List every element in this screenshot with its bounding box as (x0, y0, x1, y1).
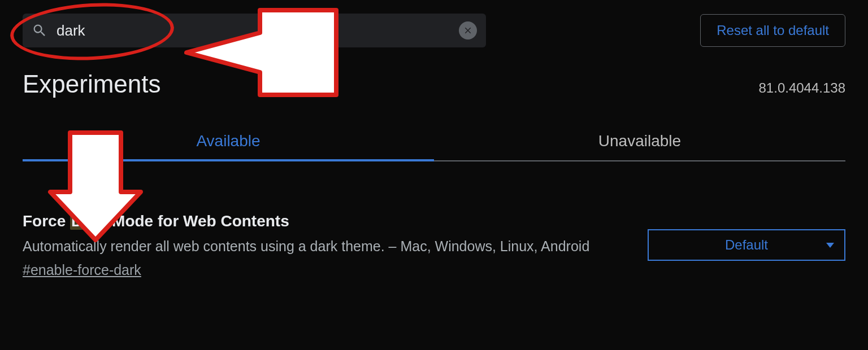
page-title: Experiments (23, 70, 161, 98)
experiment-state-select[interactable]: Default (648, 229, 845, 261)
experiment-title: Force Dark Mode for Web Contents (23, 212, 625, 230)
close-icon (463, 25, 473, 36)
tab-available[interactable]: Available (23, 132, 434, 160)
search-input[interactable] (57, 22, 459, 40)
search-box[interactable] (23, 14, 486, 47)
experiment-row: Force Dark Mode for Web Contents Automat… (0, 161, 868, 278)
experiment-description: Automatically render all web contents us… (23, 237, 625, 256)
clear-search-button[interactable] (459, 21, 477, 40)
select-value: Default (725, 237, 768, 253)
experiment-hash-link[interactable]: #enable-force-dark (23, 262, 141, 278)
tab-unavailable[interactable]: Unavailable (434, 132, 845, 160)
reset-all-button[interactable]: Reset all to default (700, 14, 845, 47)
chevron-down-icon (826, 243, 834, 248)
tabs: Available Unavailable (23, 132, 845, 161)
version-label: 81.0.4044.138 (759, 80, 845, 96)
search-icon (32, 23, 47, 38)
